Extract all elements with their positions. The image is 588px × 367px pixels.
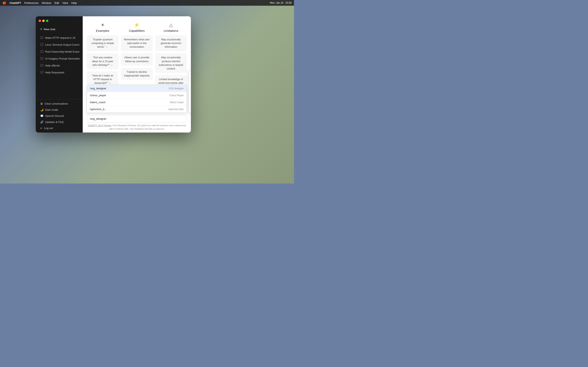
autocomplete-cmd-3: /aphorism_b... [90, 108, 107, 111]
capability-card-text-0: Remembers what user said earlier in the … [124, 38, 150, 48]
edit-menu[interactable]: Edit [54, 1, 59, 4]
limitation-card-text-0: May occasionally generate incorrect info… [161, 38, 181, 48]
sidebar-item-label-4: Help offered [45, 64, 60, 67]
capabilities-title: Capabilities [121, 29, 153, 33]
autocomplete-item-0[interactable]: /svg_designer SVG designer [87, 85, 187, 92]
discord-label: OpenAI Discord [45, 114, 64, 117]
new-chat-label: New chat [44, 28, 55, 31]
examples-header: ☀ Examples [87, 22, 118, 33]
capability-card-text-1: Allows user to provide follow-up correct… [124, 56, 149, 63]
autocomplete-dropdown[interactable]: /svg_designer SVG designer /chess_player… [87, 85, 187, 113]
minimize-button[interactable] [42, 20, 45, 22]
autocomplete-cmd-1: /chess_player [90, 94, 106, 97]
example-card-text-0: "Explain quantum computing in simple ter… [91, 38, 114, 48]
main-content: ☀ Examples "Explain quantum computing in… [83, 16, 191, 133]
dark-mode-label: Dark mode [45, 108, 58, 111]
chat-icon-1 [40, 43, 43, 46]
menubar: 🍎 ChatGPT Preferences Window Edit View H… [0, 0, 294, 6]
sidebar-item-linux[interactable]: Linux Terminal Output Comm [37, 42, 81, 48]
autocomplete-cmd-2: /talent_coach [90, 101, 105, 104]
logout-icon: ↩ [40, 127, 43, 130]
chat-input[interactable] [87, 115, 187, 123]
logout-btn[interactable]: ↩ Log out [37, 125, 81, 131]
limitations-title: Limitations [155, 29, 187, 33]
autocomplete-item-3[interactable]: /aphorism_b... Aphorism Boo [87, 106, 187, 113]
lightning-icon: ⚡ [121, 22, 153, 28]
chat-icon-3 [40, 57, 43, 60]
example-card-text-2: "How do I make an HTTP request in Javasc… [92, 74, 113, 84]
sidebar-item-label-3: AI Imagery Prompt Generator [45, 57, 80, 60]
limitation-card-0: May occasionally generate incorrect info… [155, 35, 187, 51]
sun-icon: ☀ [87, 22, 118, 28]
preferences-menu[interactable]: Preferences [24, 1, 39, 4]
limitation-card-1: May occasionally produce harmful instruc… [155, 53, 187, 73]
clear-conversations-label: Clear conversations [44, 102, 68, 105]
sidebar: + New chat Make HTTP request in JS Linux… [36, 16, 83, 133]
autocomplete-cmd-0: /svg_designer [90, 87, 106, 90]
example-card-1[interactable]: "Got any creative ideas for a 10 year ol… [87, 53, 118, 69]
trash-icon: 🗑 [40, 102, 43, 105]
logout-label: Log out [44, 127, 53, 130]
menubar-date: Mon, Jan 16 [270, 1, 283, 4]
view-menu[interactable]: View [62, 1, 68, 4]
warning-icon: △ [155, 22, 187, 28]
example-card-text-1: "Got any creative ideas for a 10 year ol… [92, 56, 113, 66]
clear-conversations-btn[interactable]: 🗑 Clear conversations [37, 101, 81, 107]
fullscreen-button[interactable] [46, 20, 48, 22]
footer-version-link[interactable]: ChatGPT Jan 9 Version [88, 124, 111, 127]
new-chat-button[interactable]: + New chat [37, 26, 81, 33]
menubar-right: Mon, Jan 16 20:58 [270, 1, 292, 4]
autocomplete-desc-3: Aphorism Boo [168, 108, 184, 111]
sidebar-item-label-2: Rust Ownership Model Exam [45, 50, 79, 53]
discord-icon: 💬 [40, 114, 43, 117]
capability-card-text-2: Trained to decline inappropriate request… [124, 71, 149, 77]
faq-label: Updates & FAQ [45, 120, 63, 124]
capability-card-1: Allows user to provide follow-up correct… [121, 53, 153, 66]
dark-mode-btn[interactable]: 🌙 Dark mode [37, 107, 81, 113]
apple-menu[interactable]: 🍎 [2, 1, 6, 5]
sidebar-item-rust[interactable]: Rust Ownership Model Exam [37, 48, 81, 55]
sidebar-item-help-requested[interactable]: Help Requested [37, 69, 81, 76]
sidebar-item-http[interactable]: Make HTTP request in JS [37, 34, 81, 41]
autocomplete-desc-1: Chess Player [169, 94, 184, 97]
autocomplete-item-2[interactable]: /talent_coach Talent Coach [87, 99, 187, 106]
menubar-left: 🍎 ChatGPT Preferences Window Edit View H… [2, 1, 77, 5]
limitations-column: △ Limitations May occasionally generate … [155, 22, 187, 93]
traffic-lights [39, 20, 48, 22]
faq-btn[interactable]: 🔗 Updates & FAQ [37, 119, 81, 125]
sidebar-item-label-0: Make HTTP request in JS [45, 36, 76, 39]
app-window: + New chat Make HTTP request in JS Linux… [36, 16, 191, 133]
sidebar-item-label-5: Help Requested [45, 71, 64, 74]
autocomplete-desc-0: SVG designer [168, 87, 184, 90]
sidebar-item-ai-imagery[interactable]: AI Imagery Prompt Generator [37, 55, 81, 62]
help-menu[interactable]: Help [71, 1, 77, 4]
app-name-menu[interactable]: ChatGPT [9, 1, 21, 4]
limitation-card-text-1: May occasionally produce harmful instruc… [159, 56, 183, 70]
capability-card-0: Remembers what user said earlier in the … [121, 35, 153, 51]
examples-title: Examples [87, 29, 118, 33]
columns-grid: ☀ Examples "Explain quantum computing in… [87, 22, 187, 93]
close-button[interactable] [39, 20, 41, 22]
tooltip-popup: I would like you to act as an SVG design… [189, 70, 191, 113]
window-menu[interactable]: Window [42, 1, 51, 4]
sidebar-item-help-offered[interactable]: Help offered [37, 62, 81, 69]
capability-card-2: Trained to decline inappropriate request… [121, 68, 153, 80]
input-area: /svg_designer SVG designer /chess_player… [87, 115, 187, 123]
limitations-header: △ Limitations [155, 22, 187, 33]
example-card-0[interactable]: "Explain quantum computing in simple ter… [87, 35, 118, 51]
plus-icon: + [40, 27, 42, 31]
link-icon: 🔗 [40, 120, 43, 124]
autocomplete-desc-2: Talent Coach [169, 101, 184, 104]
footer-description: . Free Research Preview. Our goal is to … [109, 124, 186, 130]
chat-icon-5 [40, 71, 43, 74]
sidebar-item-label-1: Linux Terminal Output Comm [45, 43, 79, 46]
discord-btn[interactable]: 💬 OpenAI Discord [37, 113, 81, 119]
autocomplete-item-1[interactable]: /chess_player Chess Player [87, 92, 187, 99]
menubar-time: 20:58 [285, 1, 292, 4]
titlebar [36, 16, 83, 25]
chat-icon-2 [40, 50, 43, 53]
chat-icon-0 [40, 36, 43, 39]
main-footer: /svg_designer SVG designer /chess_player… [83, 113, 191, 133]
capabilities-column: ⚡ Capabilities Remembers what user said … [121, 22, 153, 93]
capabilities-header: ⚡ Capabilities [121, 22, 153, 33]
